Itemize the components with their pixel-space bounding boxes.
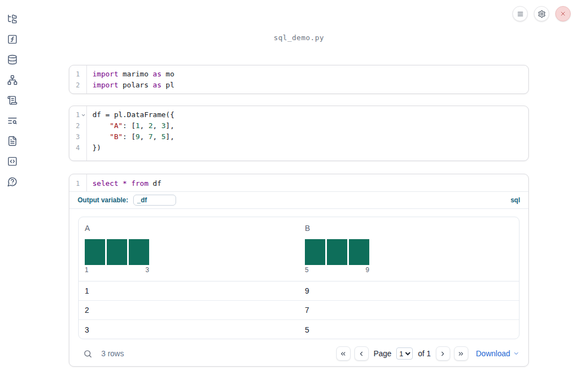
pagination: Page 1 of 1: [336, 346, 468, 361]
table-cell: 1: [79, 286, 299, 295]
sql-cell[interactable]: 1select * from df Output variable: sql A…: [69, 174, 529, 367]
line-number-gutter: 1234: [69, 106, 87, 161]
notebook-filename: sql_demo.py: [69, 34, 529, 42]
histogram-bar: [327, 239, 347, 265]
column-header-a[interactable]: A13: [79, 217, 299, 281]
histogram-bar: [305, 239, 325, 265]
snippets-code-icon[interactable]: [7, 156, 18, 167]
first-page-button[interactable]: [336, 346, 351, 361]
table-cell: 2: [79, 306, 299, 314]
table-cell: 9: [299, 286, 519, 295]
code-line: df = pl.DataFrame({: [92, 109, 528, 120]
chevron-down-icon: [513, 350, 520, 357]
language-badge: sql: [511, 196, 520, 204]
close-x-icon: [560, 10, 566, 17]
column-name: A: [85, 224, 299, 233]
sql-cell-toolbar: Output variable: sql: [69, 192, 528, 208]
download-button[interactable]: Download: [476, 349, 520, 358]
column-histogram[interactable]: 13: [85, 239, 149, 274]
file-explorer-icon[interactable]: [7, 13, 18, 24]
table-body: 192735: [79, 281, 519, 339]
chevron-right-icon: [439, 350, 446, 357]
line-number: 1: [69, 69, 86, 80]
code-lines[interactable]: select * from df: [87, 174, 528, 191]
page-select[interactable]: 1: [396, 347, 413, 360]
histogram-range-labels: 59: [305, 266, 369, 274]
datasources-database-icon[interactable]: [7, 54, 18, 65]
page-label: Page: [374, 349, 392, 358]
code-line: }): [92, 142, 528, 153]
chevron-left-icon: [358, 350, 365, 357]
code-line: "B": [9, 7, 5],: [92, 131, 528, 142]
sql-output-area: A13B59 192735 3 rows Page 1 of 1: [69, 209, 528, 367]
help-icon[interactable]: [7, 176, 18, 187]
left-panel-toolbar: [0, 0, 24, 392]
row-count-label: 3 rows: [101, 349, 124, 358]
table-row[interactable]: 35: [79, 320, 519, 339]
search-icon[interactable]: [83, 349, 92, 358]
line-number: 4: [69, 142, 86, 153]
last-page-button[interactable]: [454, 346, 468, 361]
table-footer: 3 rows Page 1 of 1: [78, 344, 520, 363]
dependency-graph-icon[interactable]: [7, 74, 18, 85]
table-cell: 5: [299, 325, 519, 334]
shutdown-button[interactable]: [555, 6, 571, 21]
table-cell: 7: [299, 306, 519, 314]
table-header-row: A13B59: [79, 217, 519, 281]
menu-button[interactable]: [512, 6, 528, 21]
code-line: import polars as pl: [92, 80, 528, 91]
hamburger-icon: [517, 10, 524, 18]
line-number: 1: [69, 109, 86, 120]
output-variable-label: Output variable:: [78, 196, 128, 204]
logs-scroll-icon[interactable]: [7, 95, 18, 106]
chevrons-right-icon: [457, 350, 464, 357]
column-histogram[interactable]: 59: [305, 239, 369, 274]
sql-code-editor[interactable]: 1select * from df: [69, 174, 528, 191]
download-label: Download: [476, 349, 510, 358]
page-of-label: of 1: [418, 349, 430, 358]
code-cell-dataframe[interactable]: 1234df = pl.DataFrame({ "A": [1, 2, 3], …: [69, 106, 529, 161]
line-number: 2: [69, 80, 86, 91]
window-controls: [512, 6, 571, 21]
histogram-range-labels: 13: [85, 266, 149, 274]
code-lines[interactable]: import marimo as moimport polars as pl: [87, 65, 528, 93]
gear-icon: [538, 10, 546, 18]
histogram-bar: [129, 239, 149, 265]
outline-search-icon[interactable]: [7, 115, 18, 126]
histogram-bar: [85, 239, 105, 265]
histogram-bar: [107, 239, 127, 265]
code-line: "A": [1, 2, 3],: [92, 120, 528, 131]
line-number-gutter: 1: [69, 174, 87, 191]
table-row[interactable]: 19: [79, 281, 519, 301]
code-editor[interactable]: 12import marimo as moimport polars as pl: [69, 65, 528, 93]
fold-chevron-icon[interactable]: [81, 113, 86, 118]
line-number: 3: [69, 131, 86, 142]
code-line: select * from df: [92, 178, 528, 189]
table-row[interactable]: 27: [79, 301, 519, 320]
line-number: 2: [69, 120, 86, 131]
code-cell-imports[interactable]: 12import marimo as moimport polars as pl: [69, 65, 529, 94]
line-number-gutter: 12: [69, 65, 87, 93]
documentation-file-icon[interactable]: [7, 135, 18, 146]
code-line: import marimo as mo: [92, 69, 528, 80]
code-editor[interactable]: 1234df = pl.DataFrame({ "A": [1, 2, 3], …: [69, 106, 528, 161]
variables-function-icon[interactable]: [7, 34, 18, 45]
output-variable-input[interactable]: [133, 195, 176, 206]
column-name: B: [305, 224, 519, 233]
settings-button[interactable]: [534, 6, 549, 21]
code-lines[interactable]: df = pl.DataFrame({ "A": [1, 2, 3], "B":…: [87, 106, 528, 161]
next-page-button[interactable]: [436, 346, 450, 361]
histogram-bar: [349, 239, 369, 265]
table-cell: 3: [79, 325, 299, 334]
line-number: 1: [69, 178, 86, 189]
dataframe-table: A13B59 192735: [78, 217, 520, 339]
column-header-b[interactable]: B59: [299, 217, 519, 281]
prev-page-button[interactable]: [354, 346, 369, 361]
chevrons-left-icon: [340, 350, 347, 357]
